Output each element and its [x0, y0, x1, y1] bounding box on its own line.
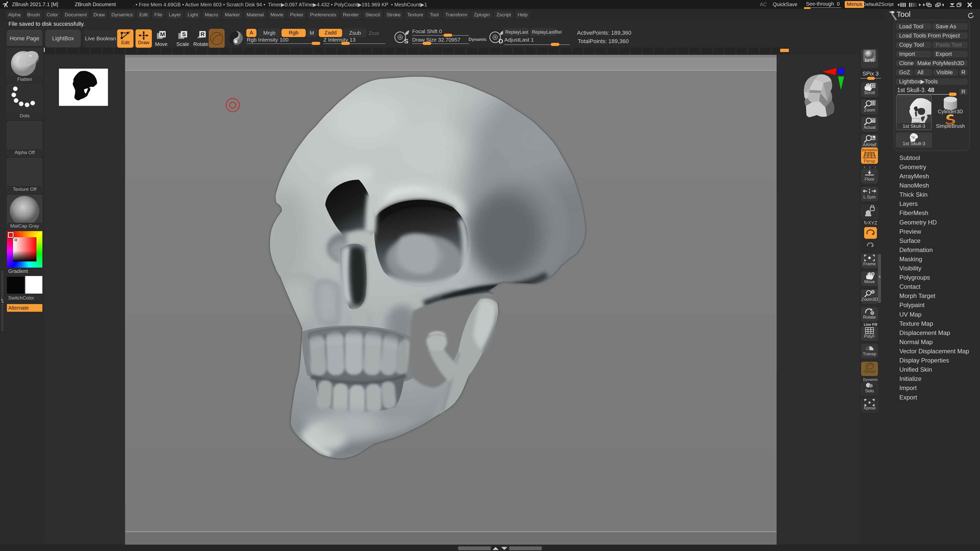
svg-text:M: M: [160, 31, 165, 38]
svg-text:D: D: [499, 38, 503, 44]
svg-text:S: S: [404, 38, 408, 44]
svg-text:x1: x1: [871, 119, 875, 123]
svg-text:S: S: [182, 31, 186, 38]
svg-text:R: R: [200, 31, 205, 38]
